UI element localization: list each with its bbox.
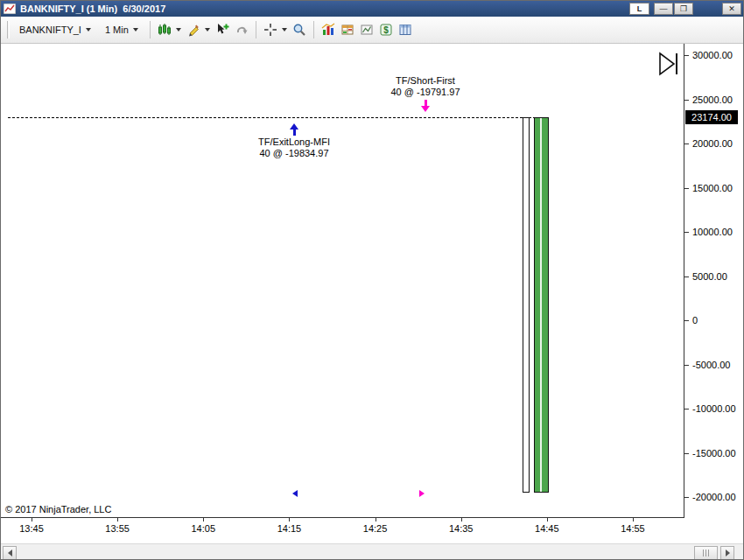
y-tick-label: 30000.00 xyxy=(692,49,733,61)
entry-marker-left-icon xyxy=(292,490,298,497)
add-cursor-icon[interactable] xyxy=(213,20,232,39)
scroll-left-button[interactable] xyxy=(3,546,17,560)
maximize-button[interactable]: ❐ xyxy=(674,3,693,15)
x-tick-label: 14:55 xyxy=(607,523,659,534)
x-tick-mark xyxy=(461,518,462,522)
y-tick-mark xyxy=(684,497,689,498)
buy-arrow-icon xyxy=(220,123,368,136)
instrument-label: BANKNIFTY_I xyxy=(19,24,81,35)
toolbar-grip[interactable] xyxy=(7,21,10,38)
x-tick-mark xyxy=(203,518,204,522)
chart-panel[interactable]: TF/Short-First 40 @ -19791.97 TF/ExitLon… xyxy=(1,44,684,518)
pan-icon[interactable] xyxy=(232,20,251,39)
chart-trader-icon[interactable] xyxy=(396,20,415,39)
y-tick-mark xyxy=(684,188,689,189)
chevron-down-icon xyxy=(86,28,91,32)
x-tick-label: 13:55 xyxy=(91,523,144,534)
chart-window: BANKNIFTY_I (1 Min) 6/30/2017 L — ❐ ✕ BA… xyxy=(0,0,744,560)
x-tick-mark xyxy=(633,518,634,522)
x-tick-mark xyxy=(376,518,376,522)
y-tick-mark xyxy=(684,409,689,410)
y-tick-label: -5000.00 xyxy=(692,359,730,371)
drawing-tools-button[interactable] xyxy=(184,20,213,39)
x-tick-mark xyxy=(547,518,548,522)
y-tick-label: 5000.00 xyxy=(692,270,727,283)
chevron-down-icon xyxy=(205,28,210,32)
copyright-text: © 2017 NinjaTrader, LLC xyxy=(5,504,111,514)
scroll-right-button[interactable] xyxy=(720,546,734,560)
x-tick-label: 14:15 xyxy=(263,523,315,534)
annotation-exit-long: TF/ExitLong-MFI 40 @ -19834.97 xyxy=(220,122,368,159)
x-tick-mark xyxy=(289,518,290,522)
price-bar-outline xyxy=(523,117,530,493)
y-axis[interactable]: 30000.0025000.0020000.0015000.0010000.00… xyxy=(684,44,744,543)
y-tick-mark xyxy=(684,365,689,366)
y-tick-label: -20000.00 xyxy=(692,491,736,503)
annotation-value: 40 @ -19834.97 xyxy=(220,148,368,159)
scrollbar-thumb[interactable] xyxy=(694,546,718,560)
y-tick-label: -10000.00 xyxy=(692,402,736,415)
link-button[interactable]: L xyxy=(629,3,649,15)
y-tick-mark xyxy=(684,453,689,454)
y-tick-label: 20000.00 xyxy=(692,137,733,150)
minimize-button[interactable]: — xyxy=(654,3,673,15)
chart-style-button[interactable] xyxy=(155,20,184,39)
annotation-label: TF/Short-First xyxy=(351,75,500,87)
x-tick-label: 14:45 xyxy=(521,523,573,534)
indicators-icon[interactable] xyxy=(319,20,338,39)
close-button[interactable]: ✕ xyxy=(722,3,741,15)
chevron-down-icon xyxy=(176,28,181,32)
exit-marker-right-icon xyxy=(419,490,425,497)
interval-label: 1 Min xyxy=(105,24,129,35)
annotation-short-first: TF/Short-First 40 @ -19791.97 xyxy=(351,75,500,113)
svg-text:$: $ xyxy=(383,25,389,35)
y-tick-mark xyxy=(684,144,689,144)
y-tick-mark xyxy=(684,55,689,56)
x-tick-label: 14:05 xyxy=(177,523,229,534)
chart-image-icon[interactable] xyxy=(357,20,376,39)
y-tick-mark xyxy=(684,232,689,233)
crosshair-button[interactable] xyxy=(261,20,290,39)
toolbar: BANKNIFTY_I 1 Min xyxy=(1,17,744,44)
x-tick-label: 14:25 xyxy=(349,523,402,534)
drawing-tools-icon xyxy=(184,20,203,39)
chart-style-icon xyxy=(155,20,174,39)
triangle-right-icon xyxy=(726,550,730,556)
y-tick-mark xyxy=(684,100,689,101)
y-tick-label: 15000.00 xyxy=(692,182,733,194)
x-tick-label: 13:45 xyxy=(5,523,58,534)
account-dollar-icon[interactable]: $ xyxy=(376,20,396,39)
title-bar[interactable]: BANKNIFTY_I (1 Min) 6/30/2017 L — ❐ ✕ xyxy=(1,1,744,17)
zoom-icon[interactable] xyxy=(290,20,309,39)
app-icon xyxy=(4,4,16,14)
y-tick-label: 10000.00 xyxy=(692,226,733,238)
y-tick-mark xyxy=(684,276,689,277)
triangle-left-icon xyxy=(8,550,12,556)
crosshair-icon xyxy=(261,20,280,39)
sell-arrow-icon xyxy=(351,100,500,112)
x-axis[interactable]: 13:4513:5514:0514:1514:2514:3514:4514:55 xyxy=(1,518,684,543)
horizontal-scrollbar[interactable] xyxy=(1,543,744,560)
y-tick-label: -15000.00 xyxy=(692,447,736,459)
x-tick-label: 14:35 xyxy=(435,523,488,534)
price-level-dashed-line xyxy=(8,117,549,118)
x-tick-mark xyxy=(32,518,32,522)
chevron-down-icon xyxy=(133,28,138,32)
toolbar-separator xyxy=(150,21,151,38)
x-tick-mark xyxy=(117,518,118,522)
y-tick-mark xyxy=(684,320,689,321)
annotation-label: TF/ExitLong-MFI xyxy=(220,136,368,148)
y-tick-label: 25000.00 xyxy=(692,94,733,106)
interval-dropdown[interactable]: 1 Min xyxy=(98,21,145,38)
last-price-badge: 23174.00 xyxy=(685,110,738,124)
chevron-down-icon xyxy=(282,28,287,32)
toolbar-separator xyxy=(313,21,314,38)
instrument-dropdown[interactable]: BANKNIFTY_I xyxy=(12,21,98,38)
y-tick-label: 0 xyxy=(692,314,698,326)
toolbar-separator xyxy=(256,21,256,38)
window-title: BANKNIFTY_I (1 Min) 6/30/2017 xyxy=(20,4,165,14)
price-bar-green xyxy=(534,117,549,493)
annotation-value: 40 @ -19791.97 xyxy=(351,87,500,98)
go-to-end-icon[interactable] xyxy=(657,51,680,77)
chart-analyzer-icon[interactable] xyxy=(338,20,357,39)
